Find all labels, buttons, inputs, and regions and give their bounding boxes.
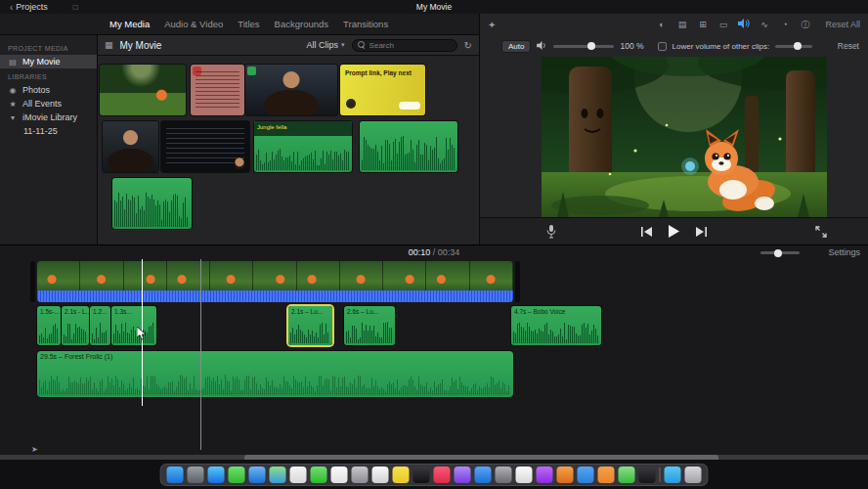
music-clip-forest-frolic[interactable]: 29.5s – Forest Frolic (1): [37, 351, 513, 397]
dock-icon-safari[interactable]: [208, 467, 225, 483]
clip-thumbnail-pink-document[interactable]: [191, 65, 244, 115]
section-libraries: LIBRARIES: [0, 68, 97, 83]
audio-clip-3[interactable]: 1.2...: [90, 306, 110, 345]
fullscreen-icon[interactable]: [815, 226, 827, 238]
dock-icon-music[interactable]: [434, 467, 451, 483]
color-correction-icon[interactable]: ▤: [676, 20, 688, 29]
ducking-slider[interactable]: [775, 45, 812, 48]
sidebar-item-imovie-library[interactable]: ▾ iMovie Library: [0, 111, 97, 124]
audio-clip-thumbnail-2[interactable]: [360, 121, 457, 172]
auto-volume-button[interactable]: Auto: [501, 40, 531, 53]
dock-icon-mail[interactable]: [249, 467, 266, 483]
info-icon[interactable]: ⓘ: [800, 19, 811, 31]
tab-titles[interactable]: Titles: [238, 19, 259, 29]
filmstrip-frame[interactable]: [340, 261, 383, 290]
filmstrip-frame[interactable]: [37, 261, 80, 290]
dock-icon-reminders[interactable]: [372, 467, 389, 483]
dock-icon-photos[interactable]: [290, 467, 307, 483]
search-field[interactable]: [352, 39, 457, 52]
audio-clip-2[interactable]: 2.1s - L...: [62, 306, 89, 345]
dock-icon-terminal[interactable]: [639, 467, 656, 483]
sidebar-item-label: All Events: [22, 99, 62, 109]
waveform: [346, 322, 393, 343]
clip-appearance-icon[interactable]: ↻: [464, 40, 472, 51]
browser-title: My Movie: [120, 40, 162, 51]
filmstrip-frame[interactable]: [80, 261, 123, 290]
audio-clip-1[interactable]: 1.5s-...: [37, 306, 61, 345]
dock-icon-settings[interactable]: [496, 467, 512, 483]
tab-transitions[interactable]: Transitions: [343, 19, 388, 29]
next-button[interactable]: [695, 227, 707, 237]
reset-all-button[interactable]: Reset All: [825, 20, 860, 29]
noise-reduction-icon[interactable]: ∿: [759, 20, 770, 29]
audio-clip-5-selected[interactable]: 2.1s – Lu...: [288, 306, 332, 345]
play-button[interactable]: [669, 225, 679, 238]
clip-thumbnail-presenter[interactable]: [245, 65, 337, 115]
stabilization-icon[interactable]: ▭: [717, 20, 729, 29]
filmstrip-frame[interactable]: [253, 261, 296, 290]
dock-icon-facetime[interactable]: [311, 467, 327, 483]
audio-clip-thumbnail-jungle[interactable]: Jungle fella: [254, 121, 352, 172]
tab-audio-video[interactable]: Audio & Video: [164, 19, 223, 29]
sidebar-item-my-movie[interactable]: ▤ My Movie: [0, 55, 97, 68]
dock-icon-notes[interactable]: [393, 467, 410, 483]
trim-handle-left[interactable]: [30, 261, 35, 302]
preview-viewer[interactable]: [542, 57, 827, 217]
clip-thumbnail-prompt-card[interactable]: Prompt link, Play next: [340, 65, 425, 115]
reset-button[interactable]: Reset: [838, 41, 859, 51]
dock-icon-keynote[interactable]: [578, 467, 594, 483]
dock-icon-messages[interactable]: [229, 467, 245, 483]
filmstrip-frame[interactable]: [470, 261, 513, 290]
sidebar-item-event-11-11-25[interactable]: 11-11-25: [0, 124, 97, 138]
speaker-icon[interactable]: [537, 41, 547, 52]
clip-thumbnail-screen-recording[interactable]: [161, 121, 249, 172]
sidebar-item-all-events[interactable]: ★ All Events: [0, 97, 97, 111]
lower-volume-checkbox[interactable]: [658, 42, 667, 51]
audio-clip-6[interactable]: 2.6s – Lu...: [344, 306, 395, 345]
filmstrip-frame[interactable]: [426, 261, 469, 290]
sidebar-item-photos[interactable]: ◉ Photos: [0, 83, 97, 97]
clip-thumbnail-presenter-headphones[interactable]: [103, 121, 158, 172]
dock-icon-maps[interactable]: [270, 467, 286, 483]
timeline-settings-button[interactable]: Settings: [828, 247, 860, 257]
volume-slider[interactable]: [553, 45, 614, 48]
filmstrip-frame[interactable]: [210, 261, 253, 290]
filmstrip-frame[interactable]: [383, 261, 426, 290]
color-balance-icon[interactable]: ◐: [656, 20, 668, 29]
dock-icon-launchpad[interactable]: [188, 467, 204, 483]
volume-icon[interactable]: [738, 19, 750, 30]
audio-clip-thumbnail-3[interactable]: [112, 178, 192, 229]
dock-icon-garageband[interactable]: [557, 467, 574, 483]
dock-icon-podcasts[interactable]: [455, 467, 471, 483]
dock-icon-pages[interactable]: [598, 467, 615, 483]
dock-icon-contacts[interactable]: [352, 467, 369, 483]
crop-icon[interactable]: ⊞: [697, 20, 709, 29]
filmstrip-frame[interactable]: [167, 261, 210, 290]
grid-view-icon[interactable]: ▦: [105, 40, 113, 50]
search-input[interactable]: [369, 41, 448, 50]
dock-icon-freeform[interactable]: [516, 467, 533, 483]
dock-icon-numbers[interactable]: [619, 467, 635, 483]
filmstrip-frame[interactable]: [297, 261, 340, 290]
dock-icon-downloads-folder[interactable]: [665, 467, 681, 483]
dock-icon-tv[interactable]: [413, 467, 430, 483]
clip-filter-dropdown[interactable]: All Clips ▾: [307, 40, 345, 50]
dock-icon-trash[interactable]: [685, 467, 702, 483]
previous-button[interactable]: [641, 227, 653, 237]
dock-icon-finder[interactable]: [167, 467, 184, 483]
dock-icon-imovie[interactable]: [537, 467, 553, 483]
audio-clip-4[interactable]: 1.3s...: [111, 306, 156, 345]
audio-clip-bobo-voice[interactable]: 4.7s – Bobo Voice: [511, 306, 601, 345]
tab-backgrounds[interactable]: Backgrounds: [275, 19, 328, 29]
timeline-zoom-slider[interactable]: [760, 251, 800, 254]
tab-my-media[interactable]: My Media: [109, 19, 150, 29]
enhance-icon[interactable]: ✦: [488, 20, 496, 30]
video-clip-filmstrip[interactable]: [37, 261, 513, 290]
dock-icon-appstore[interactable]: [475, 467, 492, 483]
speed-icon[interactable]: ◔: [779, 20, 791, 29]
trim-handle-right[interactable]: [515, 261, 520, 302]
dock-icon-calendar[interactable]: [331, 467, 348, 483]
filmstrip-frame[interactable]: [124, 261, 167, 290]
clip-thumbnail-fox-scene[interactable]: [100, 65, 186, 115]
video-audio-waveform[interactable]: [37, 290, 513, 302]
